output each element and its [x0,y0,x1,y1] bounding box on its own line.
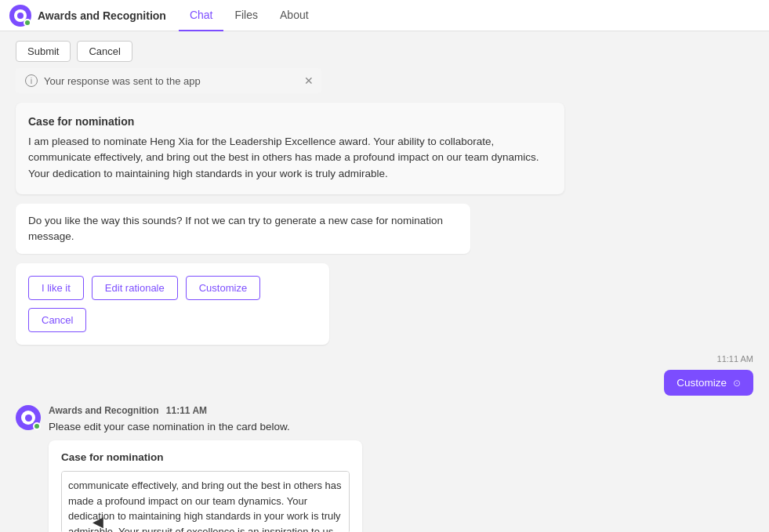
tab-chat[interactable]: Chat [179,0,224,31]
app-title: Awards and Recognition [38,9,166,22]
nav-tabs: Chat Files About [179,0,320,31]
nomination-card-title: Case for nomination [28,115,552,128]
bot-message-text: Please edit your case nomination in the … [49,421,362,432]
tab-about[interactable]: About [269,0,320,31]
message-status-icon: ⊙ [733,378,741,389]
nomination-card: Case for nomination I am pleased to nomi… [16,103,564,194]
app-icon [9,5,31,27]
bot-message-header: Awards and Recognition 11:11 AM [49,405,362,416]
right-message-area: 11:11 AM Customize ⊙ [16,354,753,396]
bot-online-badge [33,422,41,430]
bot-message-content: Awards and Recognition 11:11 AM Please e… [49,405,362,532]
chat-area: Submit Cancel i Your response was sent t… [0,31,769,532]
bot-sender: Awards and Recognition [49,405,158,416]
bot-message-area: Awards and Recognition 11:11 AM Please e… [16,405,753,532]
top-info-bar: i Your response was sent to the app ✕ [16,68,321,93]
action-row-1: I like it Edit rationale Customize [28,276,317,300]
right-message-time: 11:11 AM [717,354,753,364]
top-cancel-button[interactable]: Cancel [77,41,132,62]
nomination-card-text: I am pleased to nominate Heng Xia for th… [28,134,552,182]
top-form-section: Submit Cancel i Your response was sent t… [16,41,549,93]
action-card: I like it Edit rationale Customize Cance… [16,263,329,345]
top-submit-row: Submit Cancel [16,41,132,62]
like-message: Do you like the way this sounds? If not … [16,204,470,255]
tab-files[interactable]: Files [223,0,269,31]
i-like-it-button[interactable]: I like it [28,276,84,300]
info-close-icon[interactable]: ✕ [304,74,314,87]
customize-button[interactable]: Customize [186,276,260,300]
edit-textarea[interactable] [61,471,350,532]
info-text: Your response was sent to the app [44,75,201,87]
bot-avatar [16,405,41,430]
info-icon: i [25,74,38,87]
edit-card: Case for nomination Submit Cancel [49,440,362,532]
cancel-action-button[interactable]: Cancel [28,308,86,332]
edit-rationale-button[interactable]: Edit rationale [92,276,178,300]
edit-card-title: Case for nomination [61,451,350,463]
top-navigation: Awards and Recognition Chat Files About [0,0,769,31]
right-message-text: Customize [677,377,727,389]
online-badge [24,19,31,27]
action-row-2: Cancel [28,308,317,332]
top-submit-button[interactable]: Submit [16,41,71,62]
right-message-bubble: Customize ⊙ [664,370,753,396]
bot-time: 11:11 AM [166,405,207,416]
